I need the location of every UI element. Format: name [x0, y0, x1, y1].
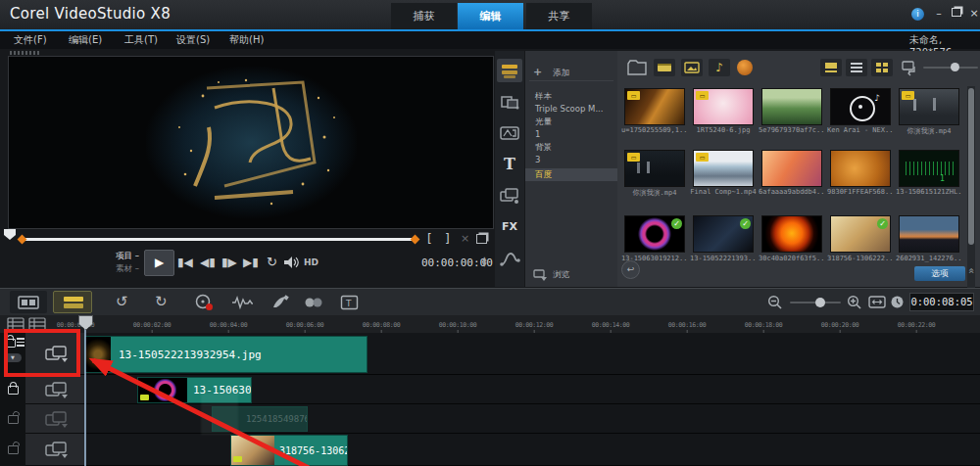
clip-overlay3[interactable]: 318756-1306222 — [230, 435, 348, 466]
zoom-in-button[interactable] — [847, 295, 862, 310]
mark-in-button[interactable]: [ — [427, 232, 432, 246]
media-item[interactable]: ▭ — [624, 88, 685, 125]
zoom-out-button[interactable] — [767, 295, 783, 310]
timeline-zoom-slider[interactable] — [790, 302, 841, 303]
title-button[interactable]: T — [497, 153, 522, 176]
lock-icon-track3[interactable] — [8, 415, 19, 424]
category-item[interactable]: 背景 — [525, 141, 617, 154]
graphic-button[interactable] — [497, 184, 522, 208]
motion-path-button[interactable] — [497, 247, 522, 270]
clip-video-track[interactable]: 13-150522213932954.jpg — [84, 336, 368, 373]
transition-button[interactable] — [497, 90, 522, 114]
thumb-size-slider[interactable] — [923, 67, 978, 69]
timeline-view-button[interactable] — [53, 291, 92, 313]
timecode-stepper[interactable]: ▲▼ — [482, 256, 487, 267]
minimize-button[interactable]: – — [931, 7, 947, 21]
split-clip-icon[interactable] — [476, 234, 487, 244]
menu-file[interactable]: 文件(F) — [14, 33, 47, 47]
media-item[interactable]: ▭ — [693, 88, 754, 125]
track-header-overlay1[interactable] — [25, 375, 86, 404]
go-end-button[interactable]: ▶▮ — [243, 256, 259, 269]
slider-knob[interactable] — [951, 63, 959, 71]
timeline-ruler[interactable]: 00:00:00:00 00:00:02:00 00:00:04:00 00:0… — [0, 315, 980, 334]
subtitle-button[interactable]: T — [340, 295, 359, 310]
collapse-chevron-icon[interactable]: « — [966, 267, 977, 273]
storyboard-view-button[interactable] — [10, 291, 47, 313]
restore-button[interactable] — [949, 7, 964, 21]
menu-help[interactable]: 帮助(H) — [229, 33, 264, 47]
menu-edit[interactable]: 编辑(E) — [69, 33, 102, 47]
hd-toggle[interactable]: HD — [304, 257, 318, 267]
category-item[interactable]: 光量 — [525, 116, 617, 128]
media-library-button[interactable] — [497, 59, 522, 82]
slider-knob[interactable] — [815, 298, 825, 307]
media-item[interactable]: ✓ — [693, 215, 754, 253]
cut-clip-icon[interactable]: × — [461, 232, 469, 245]
media-item[interactable] — [899, 215, 959, 253]
project-duration-icon[interactable] — [890, 295, 905, 309]
sort-icon[interactable] — [737, 60, 753, 75]
trim-end-handle[interactable] — [411, 235, 420, 245]
filter-photo-button[interactable] — [681, 59, 703, 76]
sound-mixer-button[interactable] — [231, 295, 253, 310]
media-item[interactable]: ▭ — [899, 88, 959, 125]
media-item[interactable]: 1 — [899, 150, 959, 187]
media-scrollbar-thumb[interactable] — [968, 88, 974, 245]
media-item[interactable]: ▭ — [624, 150, 685, 187]
tab-share[interactable]: 共享 — [526, 3, 592, 29]
category-item[interactable]: 1 — [525, 128, 617, 141]
folder-icon[interactable] — [627, 60, 647, 75]
overlay-track-3[interactable] — [86, 434, 980, 466]
category-item[interactable]: 样本 — [525, 90, 617, 103]
fit-project-button[interactable] — [868, 296, 886, 308]
timeline-timecode[interactable]: 0:00:08:05 — [909, 293, 974, 311]
category-item[interactable]: Triple Scoop M... — [525, 103, 617, 116]
filter-video-button[interactable] — [654, 59, 675, 76]
media-item[interactable] — [761, 215, 822, 253]
view-grid-button[interactable] — [871, 59, 893, 76]
scrub-home-marker[interactable] — [4, 229, 16, 240]
mode-clip-button[interactable]: 素材 – — [116, 263, 139, 275]
add-button[interactable]: + 添加 — [533, 61, 612, 74]
category-item[interactable]: 3 — [525, 154, 617, 166]
tab-capture[interactable]: 捕获 — [391, 3, 457, 29]
mode-project-button[interactable]: 项目 – — [116, 251, 139, 262]
trim-start-handle[interactable] — [18, 235, 27, 245]
menu-tools[interactable]: 工具(T) — [124, 33, 158, 47]
mix-audio-button[interactable] — [304, 296, 325, 309]
go-start-button[interactable]: ▮◀ — [177, 256, 193, 269]
media-item[interactable] — [830, 150, 891, 187]
preview-video[interactable] — [8, 56, 494, 229]
lock-icon-track4[interactable] — [8, 445, 19, 454]
import-button[interactable] — [900, 59, 919, 76]
volume-icon[interactable] — [284, 256, 299, 268]
media-item[interactable] — [761, 88, 822, 125]
category-item-selected[interactable]: 百度 — [525, 168, 617, 181]
prev-frame-button[interactable]: ◀▮ — [200, 256, 216, 269]
play-button[interactable]: ▶ — [144, 250, 174, 276]
close-button[interactable]: × — [966, 7, 980, 21]
painting-creator-button[interactable] — [270, 294, 290, 311]
filter-fx-button[interactable]: FX — [497, 215, 522, 239]
back-icon[interactable]: ↩ — [621, 260, 640, 279]
scrub-bar[interactable] — [22, 238, 416, 241]
redo-button[interactable]: ↻ — [155, 293, 168, 310]
filter-audio-button[interactable]: ♪ — [709, 59, 730, 76]
lock-icon-track2[interactable] — [8, 386, 19, 395]
help-icon[interactable]: i — [911, 8, 924, 21]
undo-button[interactable]: ↺ — [116, 293, 128, 310]
track-header-overlay2[interactable] — [25, 404, 86, 434]
media-item[interactable]: ✓ — [830, 215, 891, 253]
view-list-button[interactable] — [846, 59, 867, 76]
media-item[interactable]: ✓ — [624, 215, 685, 253]
sample-ab-button[interactable] — [497, 121, 522, 145]
options-button[interactable]: 选项 — [914, 266, 965, 281]
repeat-button[interactable]: ↻ — [267, 255, 277, 269]
media-item[interactable] — [761, 150, 822, 187]
media-item[interactable]: ♪ — [830, 88, 891, 125]
track-header-overlay3[interactable] — [25, 434, 86, 466]
view-thumb-button[interactable] — [820, 59, 842, 76]
media-item[interactable]: ▭ — [693, 150, 754, 187]
next-frame-button[interactable]: ▮▶ — [221, 256, 237, 269]
browse-button[interactable]: 浏览 — [533, 264, 615, 280]
